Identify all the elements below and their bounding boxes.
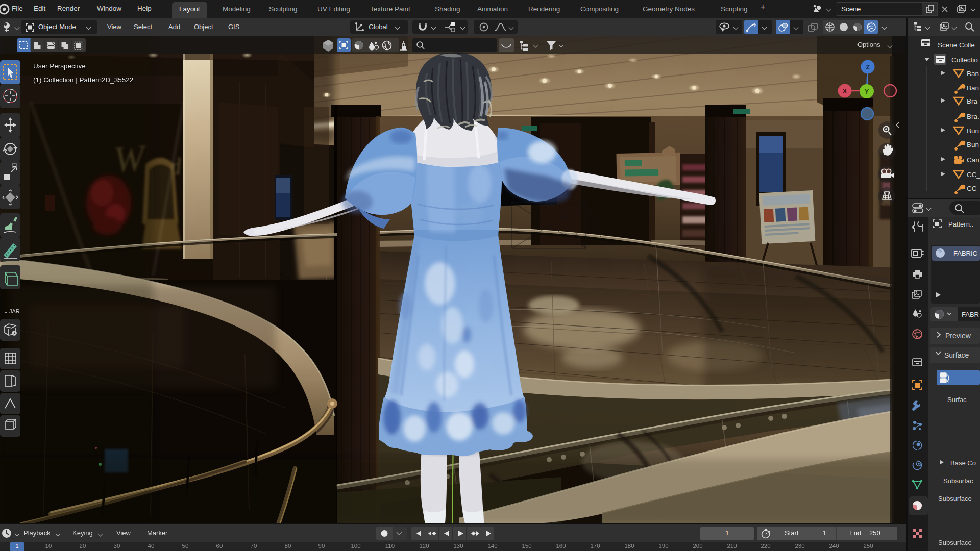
svg-text:Pattern..: Pattern.. <box>948 220 973 228</box>
svg-text:FABR: FABR <box>962 311 979 318</box>
svg-text:CC: CC <box>967 185 977 192</box>
svg-text:Subsurfac: Subsurfac <box>943 477 973 485</box>
svg-text:⌄: ⌄ <box>3 308 8 315</box>
svg-text:Can: Can <box>967 156 979 164</box>
svg-text:Subsurface: Subsurface <box>938 495 972 503</box>
svg-text:Surface: Surface <box>944 351 969 359</box>
svg-text:CC_: CC_ <box>967 171 980 179</box>
svg-text:Base Co: Base Co <box>950 459 976 467</box>
svg-text:Bun: Bun <box>967 127 979 135</box>
svg-text:Bra: Bra <box>967 97 978 105</box>
svg-text:Surfac: Surfac <box>947 396 967 404</box>
svg-text:Ban: Ban <box>967 84 979 92</box>
svg-text:JAR: JAR <box>9 308 20 314</box>
svg-text:FABRIC: FABRIC <box>953 249 977 257</box>
svg-text:Preview: Preview <box>945 332 971 340</box>
svg-text:Bun: Bun <box>967 141 979 148</box>
svg-text:Bra.: Bra. <box>967 113 979 120</box>
svg-text:Ban: Ban <box>967 70 979 78</box>
svg-text:Scene Colle: Scene Colle <box>938 41 975 49</box>
svg-text:Collectio: Collectio <box>951 56 978 64</box>
